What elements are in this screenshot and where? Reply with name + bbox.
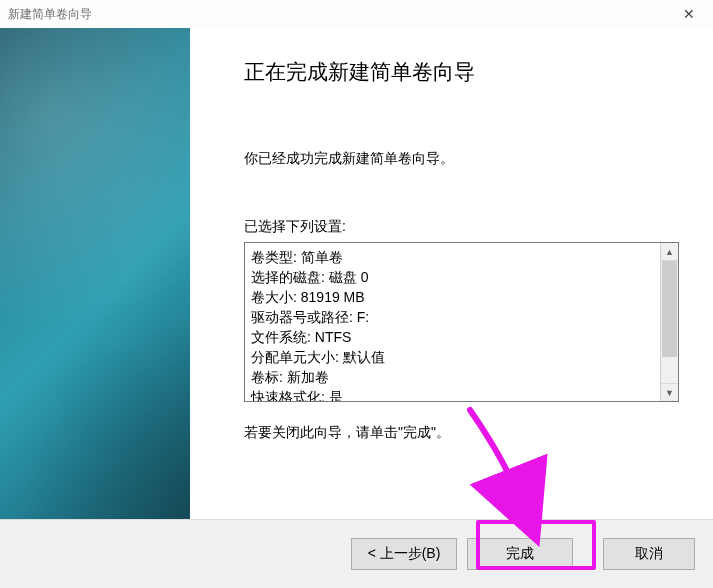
chevron-up-icon: ▲ [665, 247, 674, 257]
settings-line: 快速格式化: 是 [251, 387, 654, 401]
settings-line: 分配单元大小: 默认值 [251, 347, 654, 367]
settings-line: 卷大小: 81919 MB [251, 287, 654, 307]
wizard-side-graphic [0, 28, 190, 520]
settings-line: 文件系统: NTFS [251, 327, 654, 347]
settings-line: 卷标: 新加卷 [251, 367, 654, 387]
settings-line: 选择的磁盘: 磁盘 0 [251, 267, 654, 287]
page-title: 正在完成新建简单卷向导 [244, 58, 679, 86]
close-icon: ✕ [683, 6, 695, 22]
window-title: 新建简单卷向导 [8, 6, 92, 23]
finish-button-label: 完成 [506, 545, 534, 563]
back-button-label: < 上一步(B) [368, 545, 441, 563]
scroll-down-button[interactable]: ▼ [661, 383, 678, 401]
cancel-button[interactable]: 取消 [603, 538, 695, 570]
settings-summary-box: 卷类型: 简单卷 选择的磁盘: 磁盘 0 卷大小: 81919 MB 驱动器号或… [244, 242, 679, 402]
finish-button[interactable]: 完成 [467, 538, 573, 570]
closing-note: 若要关闭此向导，请单击"完成"。 [244, 424, 679, 442]
intro-text: 你已经成功完成新建简单卷向导。 [244, 150, 679, 168]
client-area: 正在完成新建简单卷向导 你已经成功完成新建简单卷向导。 已选择下列设置: 卷类型… [0, 28, 713, 520]
chevron-down-icon: ▼ [665, 388, 674, 398]
settings-label: 已选择下列设置: [244, 218, 679, 236]
back-button[interactable]: < 上一步(B) [351, 538, 457, 570]
cancel-button-label: 取消 [635, 545, 663, 563]
scroll-thumb[interactable] [662, 261, 677, 357]
scroll-up-button[interactable]: ▲ [661, 243, 678, 261]
close-button[interactable]: ✕ [671, 2, 707, 26]
wizard-window: 新建简单卷向导 ✕ 正在完成新建简单卷向导 你已经成功完成新建简单卷向导。 已选… [0, 0, 713, 588]
settings-line: 驱动器号或路径: F: [251, 307, 654, 327]
title-bar: 新建简单卷向导 ✕ [0, 0, 713, 28]
settings-summary-list: 卷类型: 简单卷 选择的磁盘: 磁盘 0 卷大小: 81919 MB 驱动器号或… [245, 243, 660, 401]
settings-line: 卷类型: 简单卷 [251, 247, 654, 267]
vertical-scrollbar[interactable]: ▲ ▼ [660, 243, 678, 401]
wizard-content: 正在完成新建简单卷向导 你已经成功完成新建简单卷向导。 已选择下列设置: 卷类型… [190, 28, 713, 520]
wizard-footer: < 上一步(B) 完成 取消 [0, 519, 713, 588]
